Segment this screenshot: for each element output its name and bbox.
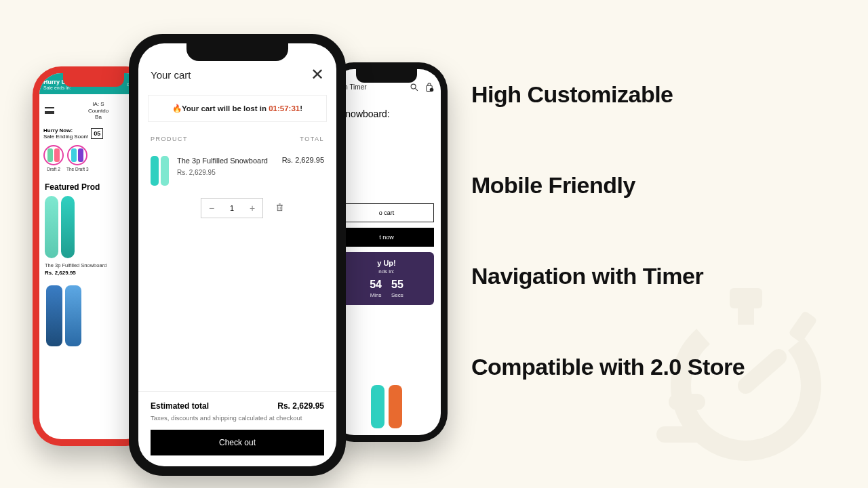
svg-line-4	[746, 357, 778, 386]
qty-value: 1	[222, 204, 242, 212]
hurry-countbox: 05	[91, 128, 103, 139]
trash-icon[interactable]	[275, 203, 284, 214]
svg-rect-6	[656, 426, 705, 443]
story-label: The Draft 3	[66, 167, 89, 171]
cart-title: Your cart	[151, 69, 191, 81]
product-heading: Snowboard:	[332, 104, 441, 129]
timer-secs-label: Secs	[391, 292, 403, 298]
alert-timer: 01:57:31	[269, 104, 300, 113]
thumb-icon	[389, 385, 402, 428]
timer-secs: 55	[391, 279, 403, 291]
timer-mins: 54	[370, 279, 382, 291]
qty-decrease-button[interactable]: −	[201, 199, 222, 218]
phone-mockups: Hurry Up! Sale ends in: Days Hrs IA: S C…	[27, 34, 448, 468]
buy-now-button[interactable]: t now	[339, 228, 434, 247]
search-icon[interactable]	[410, 83, 419, 92]
countdown-widget: y Up! nds in: 54Mins 55Secs	[339, 252, 434, 305]
story-label: Draft 2	[47, 167, 60, 171]
add-to-cart-button[interactable]: o cart	[339, 203, 434, 222]
col-product: PRODUCT	[151, 136, 188, 142]
feature-list: High Customizable Mobile Friendly Naviga…	[471, 81, 745, 380]
cart-item-unitprice: Rs. 2,629.95	[177, 169, 274, 176]
cart-item-name: The 3p Fulfilled Snowboard	[177, 156, 274, 166]
timer-mins-label: Mins	[370, 292, 382, 298]
cart-expiry-alert: 🔥Your cart will be lost in 01:57:31!	[148, 95, 327, 122]
thumb-icon	[371, 385, 384, 428]
cart-item-thumb	[151, 156, 169, 186]
cart-item-linetotal: Rs. 2,629.95	[282, 156, 324, 186]
svg-point-10	[430, 88, 434, 92]
svg-point-7	[411, 84, 416, 89]
feature-item: Compatible with 2.0 Store	[471, 354, 745, 380]
svg-rect-5	[669, 394, 705, 410]
story-item[interactable]: The Draft 3	[66, 145, 89, 171]
phone-center-cart: Your cart ✕ 🔥Your cart will be lost in 0…	[129, 34, 346, 476]
qty-increase-button[interactable]: +	[242, 199, 262, 218]
checkout-button[interactable]: Check out	[151, 430, 324, 455]
close-icon[interactable]: ✕	[311, 66, 324, 83]
hurry-label: Hurry Now:	[43, 127, 88, 134]
quantity-stepper[interactable]: − 1 +	[201, 198, 263, 218]
svg-rect-3	[788, 310, 818, 343]
tax-note: Taxes, discounts and shipping calculated…	[151, 414, 324, 422]
hurry-sub: Sale Ending Soon!	[43, 134, 88, 140]
estimated-value: Rs. 2,629.95	[277, 401, 324, 411]
estimated-label: Estimated total	[151, 401, 209, 411]
story-item[interactable]: Draft 2	[43, 145, 64, 171]
banner-subtitle: Sale ends in:	[43, 85, 72, 90]
col-total: TOTAL	[300, 136, 324, 142]
feature-item: Navigation with Timer	[471, 263, 745, 289]
timer-sub: nds in:	[344, 268, 429, 274]
timer-title: y Up!	[344, 259, 429, 267]
svg-line-8	[415, 88, 418, 91]
product-price: Rs. 2,629.95	[45, 270, 142, 276]
bag-icon[interactable]	[425, 83, 434, 92]
cart-line-item: The 3p Fulfilled Snowboard Rs. 2,629.95 …	[138, 146, 336, 195]
feature-item: Mobile Friendly	[471, 172, 745, 199]
product-name: The 3p Fulfilled Snowboard	[45, 262, 142, 268]
alert-suffix: !	[300, 104, 302, 113]
alert-prefix: 🔥Your cart will be lost in	[172, 104, 269, 113]
feature-item: High Customizable	[471, 81, 745, 108]
svg-rect-11	[277, 205, 282, 211]
hamburger-icon[interactable]	[45, 107, 54, 114]
